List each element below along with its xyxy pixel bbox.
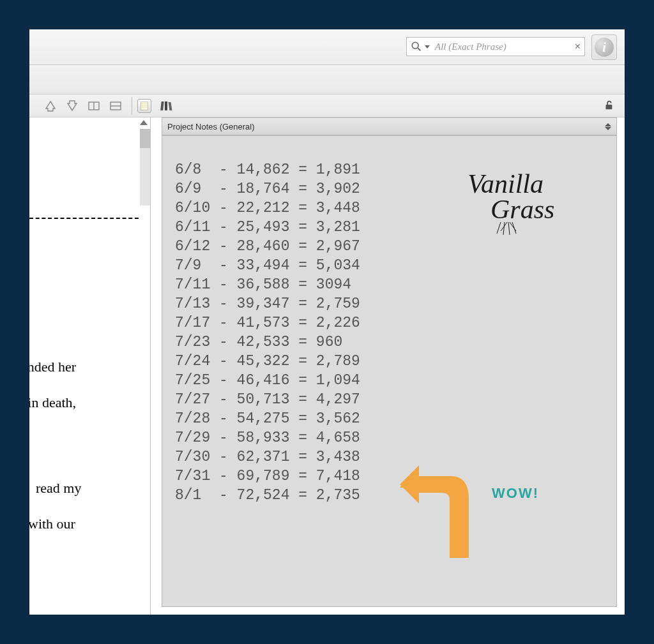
- scroll-up-icon[interactable]: [140, 120, 148, 125]
- split-vertical-button[interactable]: [109, 99, 123, 113]
- svg-point-0: [412, 42, 418, 49]
- info-icon: i: [595, 38, 614, 57]
- notes-line: 7/24 - 45,322 = 2,789: [175, 353, 360, 370]
- notes-line: 7/27 - 50,713 = 4,297: [175, 391, 360, 408]
- notes-line: 6/10 - 22,212 = 3,448: [175, 200, 360, 216]
- search-icon: [411, 41, 422, 52]
- project-notes-content[interactable]: 6/8 - 14,862 = 1,891 6/9 - 18,764 = 3,90…: [162, 135, 617, 607]
- unlock-icon[interactable]: [603, 100, 614, 111]
- secondary-toolbar: [29, 65, 625, 94]
- notes-line: 6/9 - 18,764 = 3,902: [175, 181, 360, 197]
- nav-down-button[interactable]: [65, 99, 79, 113]
- svg-line-1: [418, 48, 420, 50]
- doc-text-fragment: with our: [29, 516, 75, 532]
- annotation-wow-label: WOW!: [492, 485, 539, 502]
- section-divider: [29, 218, 139, 219]
- search-placeholder: All (Exact Phrase): [435, 41, 572, 52]
- doc-text-fragment: rrounded her: [29, 359, 76, 375]
- notes-line: 7/28 - 54,275 = 3,562: [175, 410, 360, 427]
- toolbar-divider: [132, 97, 132, 115]
- doc-text-fragment: But in death,: [29, 394, 76, 411]
- svg-rect-13: [606, 105, 612, 109]
- chevron-down-icon[interactable]: [425, 45, 430, 49]
- svg-rect-11: [165, 101, 167, 110]
- notes-line: 6/8 - 14,862 = 1,891: [175, 161, 360, 178]
- svg-rect-12: [169, 102, 172, 110]
- search-field[interactable]: All (Exact Phrase) ×: [406, 37, 585, 56]
- notes-line: 6/12 - 28,460 = 2,967: [175, 238, 360, 255]
- notes-panel-header[interactable]: Project Notes (General): [162, 117, 617, 135]
- expand-collapse-icon[interactable]: [605, 123, 611, 130]
- split-horizontal-button[interactable]: [87, 99, 101, 113]
- view-toolbar: [29, 94, 625, 117]
- notes-line: 7/30 - 62,371 = 3,438: [175, 449, 360, 465]
- notes-line: 7/9 - 33,494 = 5,034: [175, 257, 360, 274]
- notes-line: 7/17 - 41,573 = 2,226: [175, 315, 360, 331]
- notes-line: 8/1 - 72,524 = 2,735: [175, 487, 360, 504]
- top-toolbar: All (Exact Phrase) × i: [29, 29, 625, 65]
- notes-panel-title: Project Notes (General): [167, 122, 255, 131]
- notes-line: 7/29 - 58,933 = 4,658: [175, 430, 360, 446]
- notes-line: 7/25 - 46,416 = 1,094: [175, 372, 360, 389]
- app-window: All (Exact Phrase) × i: [29, 29, 625, 615]
- document-pane[interactable]: rrounded her But in death, read my with …: [29, 117, 151, 615]
- notes-line: 6/11 - 25,493 = 3,281: [175, 219, 360, 236]
- doc-text-fragment: read my: [36, 480, 81, 497]
- notes-line: 7/11 - 36,588 = 3094: [175, 276, 351, 293]
- svg-rect-10: [160, 101, 164, 110]
- bookmarks-view-button[interactable]: [159, 99, 173, 113]
- notepad-view-button[interactable]: [137, 99, 151, 113]
- info-button[interactable]: i: [591, 34, 617, 60]
- svg-rect-6: [141, 101, 148, 110]
- notes-line: 7/23 - 42,533 = 960: [175, 334, 342, 350]
- clear-search-button[interactable]: ×: [575, 41, 581, 52]
- notes-line: 7/13 - 39,347 = 2,759: [175, 296, 360, 312]
- nav-up-button[interactable]: [43, 99, 57, 113]
- scrollbar-thumb[interactable]: [140, 129, 150, 148]
- notes-line: 7/31 - 69,789 = 7,418: [175, 468, 360, 484]
